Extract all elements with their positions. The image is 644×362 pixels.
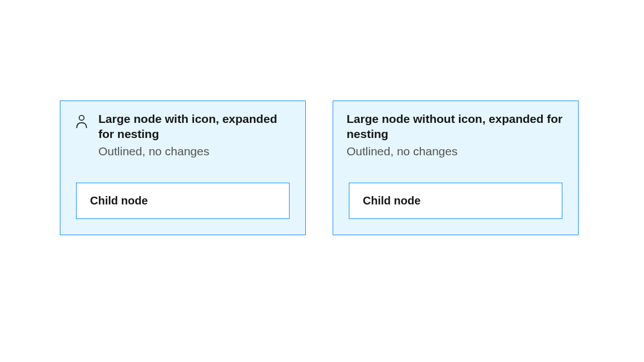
child-node[interactable]: Child node xyxy=(349,183,562,219)
node-text-block: Large node without icon, expanded for ne… xyxy=(347,111,565,159)
node-header: Large node with icon, expanded for nesti… xyxy=(60,101,305,159)
child-node[interactable]: Child node xyxy=(76,183,290,219)
node-subtitle: Outlined, no changes xyxy=(98,143,292,159)
large-node-with-icon[interactable]: Large node with icon, expanded for nesti… xyxy=(60,101,306,235)
node-examples-container: Large node with icon, expanded for nesti… xyxy=(60,101,579,235)
large-node-without-icon[interactable]: Large node without icon, expanded for ne… xyxy=(333,101,579,235)
node-header: Large node without icon, expanded for ne… xyxy=(333,101,578,159)
user-icon xyxy=(74,113,89,131)
child-wrapper: Child node xyxy=(333,159,578,235)
node-title: Large node with icon, expanded for nesti… xyxy=(98,111,292,142)
node-subtitle: Outlined, no changes xyxy=(347,143,565,159)
node-title: Large node without icon, expanded for ne… xyxy=(347,111,565,142)
child-node-label: Child node xyxy=(90,194,276,207)
node-text-block: Large node with icon, expanded for nesti… xyxy=(98,111,292,159)
svg-point-0 xyxy=(79,116,84,121)
child-node-label: Child node xyxy=(363,194,548,207)
child-wrapper: Child node xyxy=(60,159,305,235)
